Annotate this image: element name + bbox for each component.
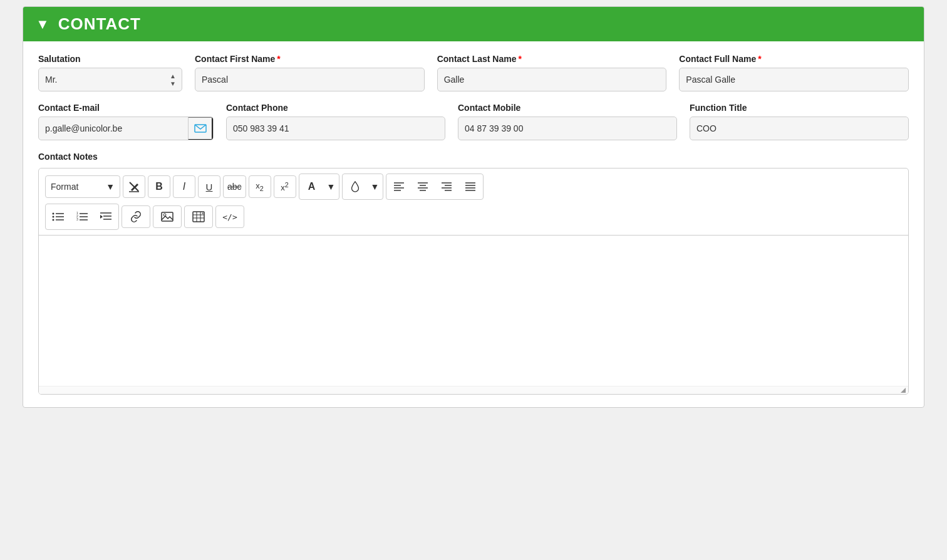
subscript-button[interactable]: x2 [249,175,271,198]
salutation-group: Salutation Mr. Mrs. Ms. Dr. Prof. ▲ ▼ [38,54,182,91]
highlight-color-group: ▼ [342,174,383,200]
toolbar-row-1: Format ▼ B [45,174,902,200]
email-input-wrapper [38,117,214,140]
ordered-list-icon: 1 2 3 [76,211,88,222]
last-name-required: * [518,54,521,64]
format-dropdown-button[interactable]: Format ▼ [45,175,120,198]
last-name-label: Contact Last Name* [437,54,667,64]
notes-editor-area[interactable] [39,236,908,386]
salutation-label: Salutation [38,54,182,64]
table-icon: + [192,211,205,222]
last-name-input[interactable] [437,68,667,91]
send-email-button[interactable] [188,117,213,140]
phone-group: Contact Phone [226,103,445,140]
svg-text:+: + [202,211,204,215]
superscript-icon: x2 [281,181,289,192]
svg-text:3: 3 [76,217,78,221]
font-color-letter-icon: A [308,181,316,192]
first-name-group: Contact First Name* [195,54,425,91]
resize-handle-icon [901,388,906,393]
strikethrough-button[interactable]: abc [223,175,246,198]
notes-editor-container: Format ▼ B [38,168,909,395]
align-center-icon [417,182,428,192]
font-color-button[interactable]: A [301,175,323,198]
align-center-button[interactable] [411,175,434,198]
first-name-input[interactable] [195,68,425,91]
alignment-group [386,174,484,200]
salutation-select[interactable]: Mr. Mrs. Ms. Dr. Prof. [38,68,182,91]
first-name-required: * [277,54,280,64]
highlight-color-dropdown-button[interactable]: ▼ [368,175,381,198]
align-right-icon [441,182,452,192]
list-group: 1 2 3 [45,204,119,230]
section-header: ▼ CONTACT [23,7,924,41]
link-icon [130,211,142,222]
phone-label: Contact Phone [226,103,445,113]
align-left-button[interactable] [388,175,410,198]
unordered-list-icon [52,211,65,222]
function-title-group: Function Title [690,103,909,140]
underline-icon: U [206,182,213,192]
align-justify-icon [465,182,476,192]
email-icon [194,124,207,133]
notes-section: Contact Notes Format ▼ [38,152,909,395]
highlight-color-button[interactable] [344,175,366,198]
svg-marker-34 [100,215,103,219]
notes-label: Contact Notes [38,152,909,162]
form-row-2: Contact E-mail Contact Phone Contact M [38,103,909,140]
full-name-input[interactable] [679,68,909,91]
align-justify-button[interactable] [459,175,482,198]
resize-handle[interactable] [39,386,908,394]
mobile-label: Contact Mobile [458,103,677,113]
superscript-button[interactable]: x2 [274,175,296,198]
editor-toolbar: Format ▼ B [39,169,908,236]
font-color-dropdown-arrow-icon: ▼ [327,182,336,192]
subscript-icon: x2 [256,181,264,192]
phone-input[interactable] [226,117,445,140]
svg-point-19 [53,213,54,215]
full-name-group: Contact Full Name* [679,54,909,91]
function-title-label: Function Title [690,103,909,113]
unordered-list-button[interactable] [47,205,70,228]
ordered-list-button[interactable]: 1 2 3 [71,205,93,228]
toolbar-row-2: 1 2 3 [45,204,902,230]
contact-card: ▼ CONTACT Salutation Mr. Mrs. Ms. Dr. Pr… [23,6,924,408]
font-color-dropdown-button[interactable]: ▼ [324,175,338,198]
email-label: Contact E-mail [38,103,214,113]
last-name-group: Contact Last Name* [437,54,667,91]
mobile-input[interactable] [458,117,677,140]
table-button[interactable]: + [184,205,213,228]
highlight-dropdown-arrow-icon: ▼ [370,182,379,192]
full-name-required: * [758,54,761,64]
clear-format-button[interactable] [123,175,145,198]
format-label: Format [51,182,78,192]
collapse-chevron-icon[interactable]: ▼ [36,16,49,33]
code-button[interactable]: </> [215,205,244,228]
section-title: CONTACT [58,14,141,34]
form-body: Salutation Mr. Mrs. Ms. Dr. Prof. ▲ ▼ [23,41,924,407]
svg-point-21 [53,219,54,221]
link-button[interactable] [122,205,150,228]
full-name-label: Contact Full Name* [679,54,909,64]
strikethrough-icon: abc [227,182,242,192]
image-button[interactable] [153,205,182,228]
italic-button[interactable]: I [173,175,195,198]
indent-icon [100,211,112,222]
mobile-group: Contact Mobile [458,103,677,140]
salutation-select-wrapper: Mr. Mrs. Ms. Dr. Prof. ▲ ▼ [38,68,182,91]
first-name-label: Contact First Name* [195,54,425,64]
email-group: Contact E-mail [38,103,214,140]
bold-button[interactable]: B [148,175,170,198]
svg-point-20 [53,216,54,218]
no-format-icon [128,181,140,192]
align-left-icon [393,182,405,192]
align-right-button[interactable] [435,175,458,198]
code-icon: </> [222,212,237,222]
font-color-group: A ▼ [299,174,340,200]
highlight-drop-icon [350,180,360,193]
form-row-1: Salutation Mr. Mrs. Ms. Dr. Prof. ▲ ▼ [38,54,909,91]
indent-button[interactable] [95,205,117,228]
function-title-input[interactable] [690,117,909,140]
underline-button[interactable]: U [198,175,220,198]
email-input[interactable] [39,117,188,140]
